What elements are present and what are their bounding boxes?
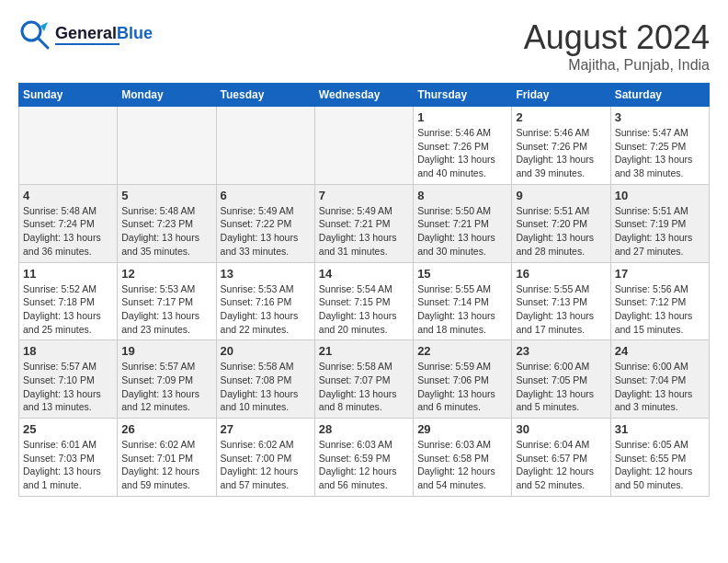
- calendar-cell: 3Sunrise: 5:47 AM Sunset: 7:25 PM Daylig…: [610, 107, 709, 185]
- weekday-header-monday: Monday: [118, 84, 216, 107]
- day-number: 16: [516, 267, 606, 281]
- day-number: 10: [615, 189, 705, 202]
- day-info: Sunrise: 5:49 AM Sunset: 7:22 PM Dayligh…: [221, 204, 311, 259]
- day-number: 31: [615, 422, 705, 436]
- calendar-week-row: 18Sunrise: 5:57 AM Sunset: 7:10 PM Dayli…: [19, 340, 710, 419]
- day-info: Sunrise: 6:00 AM Sunset: 7:05 PM Dayligh…: [516, 360, 606, 414]
- calendar-cell: 7Sunrise: 5:49 AM Sunset: 7:21 PM Daylig…: [314, 184, 413, 262]
- calendar-cell: 27Sunrise: 6:02 AM Sunset: 7:00 PM Dayli…: [216, 419, 314, 497]
- calendar-cell: 11Sunrise: 5:52 AM Sunset: 7:18 PM Dayli…: [19, 262, 118, 340]
- day-number: 4: [23, 189, 113, 202]
- calendar-cell: 22Sunrise: 5:59 AM Sunset: 7:06 PM Dayli…: [414, 340, 512, 419]
- calendar-cell: 12Sunrise: 5:53 AM Sunset: 7:17 PM Dayli…: [118, 262, 216, 340]
- day-info: Sunrise: 5:47 AM Sunset: 7:25 PM Dayligh…: [615, 126, 705, 180]
- day-number: 30: [516, 422, 606, 436]
- calendar-cell: 19Sunrise: 5:57 AM Sunset: 7:09 PM Dayli…: [118, 340, 216, 419]
- calendar-week-row: 1Sunrise: 5:46 AM Sunset: 7:26 PM Daylig…: [19, 107, 710, 185]
- logo-text-general: General: [55, 24, 117, 42]
- weekday-header-thursday: Thursday: [414, 84, 512, 107]
- calendar-cell: 6Sunrise: 5:49 AM Sunset: 7:22 PM Daylig…: [216, 184, 314, 262]
- day-number: 18: [23, 344, 113, 358]
- day-number: 6: [221, 189, 311, 202]
- day-number: 7: [319, 189, 409, 202]
- month-year-title: August 2024: [524, 18, 710, 57]
- day-info: Sunrise: 6:03 AM Sunset: 6:58 PM Dayligh…: [417, 438, 507, 492]
- day-info: Sunrise: 6:03 AM Sunset: 6:59 PM Dayligh…: [319, 438, 409, 492]
- calendar-cell: [19, 107, 118, 185]
- day-info: Sunrise: 5:55 AM Sunset: 7:13 PM Dayligh…: [516, 282, 606, 337]
- calendar-cell: 8Sunrise: 5:50 AM Sunset: 7:21 PM Daylig…: [414, 184, 512, 262]
- location-subtitle: Majitha, Punjab, India: [524, 57, 710, 74]
- logo-icon: [18, 18, 51, 52]
- day-info: Sunrise: 5:53 AM Sunset: 7:16 PM Dayligh…: [221, 282, 311, 337]
- day-number: 27: [221, 422, 311, 436]
- day-info: Sunrise: 6:02 AM Sunset: 7:00 PM Dayligh…: [221, 438, 311, 492]
- day-number: 21: [319, 344, 409, 358]
- day-info: Sunrise: 5:48 AM Sunset: 7:24 PM Dayligh…: [23, 204, 113, 259]
- calendar-cell: 17Sunrise: 5:56 AM Sunset: 7:12 PM Dayli…: [610, 262, 709, 340]
- calendar-cell: [314, 107, 413, 185]
- day-info: Sunrise: 6:05 AM Sunset: 6:55 PM Dayligh…: [615, 438, 705, 492]
- day-info: Sunrise: 6:01 AM Sunset: 7:03 PM Dayligh…: [23, 438, 113, 492]
- calendar-week-row: 11Sunrise: 5:52 AM Sunset: 7:18 PM Dayli…: [19, 262, 710, 340]
- calendar-cell: 5Sunrise: 5:48 AM Sunset: 7:23 PM Daylig…: [118, 184, 216, 262]
- calendar-cell: 9Sunrise: 5:51 AM Sunset: 7:20 PM Daylig…: [512, 184, 610, 262]
- calendar-cell: 15Sunrise: 5:55 AM Sunset: 7:14 PM Dayli…: [414, 262, 512, 340]
- day-number: 19: [121, 344, 211, 358]
- day-number: 14: [319, 267, 409, 281]
- day-number: 8: [417, 189, 507, 202]
- calendar-cell: 24Sunrise: 6:00 AM Sunset: 7:04 PM Dayli…: [610, 340, 709, 419]
- day-info: Sunrise: 5:57 AM Sunset: 7:09 PM Dayligh…: [121, 360, 211, 414]
- day-number: 1: [417, 110, 507, 124]
- weekday-header-sunday: Sunday: [19, 84, 118, 107]
- calendar-cell: 21Sunrise: 5:58 AM Sunset: 7:07 PM Dayli…: [314, 340, 413, 419]
- day-info: Sunrise: 5:59 AM Sunset: 7:06 PM Dayligh…: [417, 360, 507, 414]
- weekday-header-wednesday: Wednesday: [314, 84, 413, 107]
- calendar-cell: 2Sunrise: 5:46 AM Sunset: 7:26 PM Daylig…: [512, 107, 610, 185]
- day-info: Sunrise: 5:53 AM Sunset: 7:17 PM Dayligh…: [121, 282, 211, 337]
- day-number: 25: [23, 422, 113, 436]
- day-info: Sunrise: 5:54 AM Sunset: 7:15 PM Dayligh…: [319, 282, 409, 337]
- day-info: Sunrise: 5:58 AM Sunset: 7:07 PM Dayligh…: [319, 360, 409, 414]
- day-info: Sunrise: 5:57 AM Sunset: 7:10 PM Dayligh…: [23, 360, 113, 414]
- calendar-cell: [118, 107, 216, 185]
- day-number: 13: [221, 267, 311, 281]
- day-info: Sunrise: 5:51 AM Sunset: 7:19 PM Dayligh…: [615, 204, 705, 259]
- calendar-table: SundayMondayTuesdayWednesdayThursdayFrid…: [18, 83, 710, 497]
- calendar-cell: 13Sunrise: 5:53 AM Sunset: 7:16 PM Dayli…: [216, 262, 314, 340]
- day-number: 28: [319, 422, 409, 436]
- calendar-cell: 10Sunrise: 5:51 AM Sunset: 7:19 PM Dayli…: [610, 184, 709, 262]
- day-number: 17: [615, 267, 705, 281]
- calendar-cell: 4Sunrise: 5:48 AM Sunset: 7:24 PM Daylig…: [19, 184, 118, 262]
- day-number: 24: [615, 344, 705, 358]
- weekday-header-row: SundayMondayTuesdayWednesdayThursdayFrid…: [19, 84, 710, 107]
- day-number: 29: [417, 422, 507, 436]
- day-number: 2: [516, 110, 606, 124]
- calendar-cell: 25Sunrise: 6:01 AM Sunset: 7:03 PM Dayli…: [19, 419, 118, 497]
- day-info: Sunrise: 5:58 AM Sunset: 7:08 PM Dayligh…: [221, 360, 311, 414]
- day-number: 23: [516, 344, 606, 358]
- day-info: Sunrise: 6:00 AM Sunset: 7:04 PM Dayligh…: [615, 360, 705, 414]
- calendar-week-row: 25Sunrise: 6:01 AM Sunset: 7:03 PM Dayli…: [19, 419, 710, 497]
- day-number: 11: [23, 267, 113, 281]
- calendar-cell: 29Sunrise: 6:03 AM Sunset: 6:58 PM Dayli…: [414, 419, 512, 497]
- calendar-cell: 16Sunrise: 5:55 AM Sunset: 7:13 PM Dayli…: [512, 262, 610, 340]
- calendar-cell: 14Sunrise: 5:54 AM Sunset: 7:15 PM Dayli…: [314, 262, 413, 340]
- day-info: Sunrise: 5:52 AM Sunset: 7:18 PM Dayligh…: [23, 282, 113, 337]
- calendar-cell: 18Sunrise: 5:57 AM Sunset: 7:10 PM Dayli…: [19, 340, 118, 419]
- day-info: Sunrise: 5:50 AM Sunset: 7:21 PM Dayligh…: [417, 204, 507, 259]
- day-number: 5: [121, 189, 211, 202]
- day-info: Sunrise: 5:48 AM Sunset: 7:23 PM Dayligh…: [121, 204, 211, 259]
- day-info: Sunrise: 5:46 AM Sunset: 7:26 PM Dayligh…: [417, 126, 507, 180]
- day-number: 9: [516, 189, 606, 202]
- logo-text-blue: Blue: [117, 24, 153, 42]
- day-info: Sunrise: 5:55 AM Sunset: 7:14 PM Dayligh…: [417, 282, 507, 337]
- weekday-header-saturday: Saturday: [610, 84, 709, 107]
- day-info: Sunrise: 5:49 AM Sunset: 7:21 PM Dayligh…: [319, 204, 409, 259]
- day-info: Sunrise: 5:46 AM Sunset: 7:26 PM Dayligh…: [516, 126, 606, 180]
- day-info: Sunrise: 6:02 AM Sunset: 7:01 PM Dayligh…: [121, 438, 211, 492]
- day-number: 20: [221, 344, 311, 358]
- calendar-cell: 28Sunrise: 6:03 AM Sunset: 6:59 PM Dayli…: [314, 419, 413, 497]
- calendar-cell: 31Sunrise: 6:05 AM Sunset: 6:55 PM Dayli…: [610, 419, 709, 497]
- day-number: 22: [417, 344, 507, 358]
